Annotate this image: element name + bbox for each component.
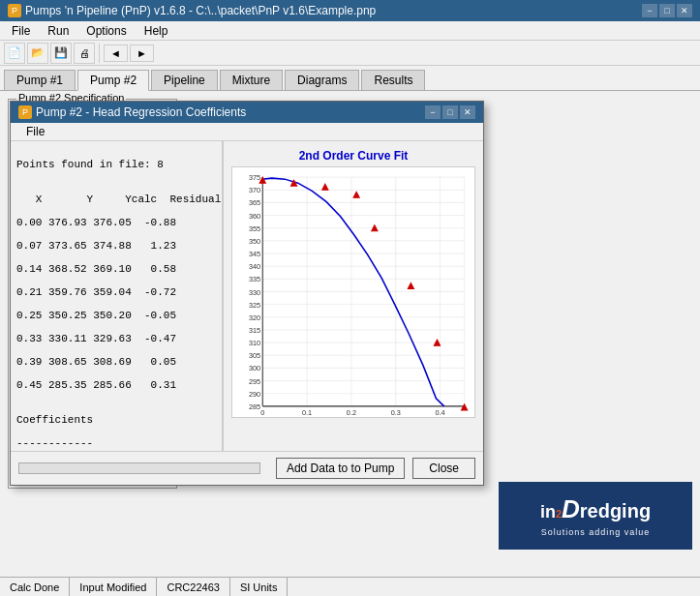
tab-pipeline[interactable]: Pipeline [151,70,218,90]
svg-text:345: 345 [249,251,260,258]
logo-tagline: Solutions adding value [541,527,651,537]
svg-text:295: 295 [249,378,260,386]
menu-options[interactable]: Options [78,22,134,40]
title-bar-left: P Pumps 'n Pipeline (PnP) v1.6.8 - C:\..… [8,4,376,17]
print-button[interactable]: 🖨 [74,43,95,64]
logo-d-letter: D [562,494,580,524]
close-dialog-button[interactable]: Close [412,458,475,479]
svg-text:290: 290 [249,391,260,399]
row-3: 0.21 359.76 359.04 -0.72 [16,286,216,298]
toolbar-separator [99,44,100,63]
svg-text:370: 370 [249,187,260,194]
points-header: Points found in file: 8 [16,159,216,170]
dialog-title-bar: P Pump #2 - Head Regression Coefficients… [11,102,483,123]
chart-title: 2nd Order Curve Fit [231,149,475,163]
chart-svg: 375 370 365 360 355 350 345 340 335 330 … [232,167,474,417]
menu-bar: File Run Options Help [0,21,700,41]
svg-text:0.1: 0.1 [302,409,312,417]
svg-text:320: 320 [249,314,260,322]
coeff-sep: ------------ [16,437,216,449]
menu-run[interactable]: Run [40,22,76,40]
title-bar: P Pumps 'n Pipeline (PnP) v1.6.8 - C:\..… [0,0,700,21]
svg-text:305: 305 [249,352,260,360]
regression-curve [262,178,444,406]
svg-text:325: 325 [249,302,260,310]
dialog-file-menu[interactable]: File [18,123,52,140]
data-point-5 [408,283,413,288]
chart-area: 2nd Order Curve Fit [224,141,483,451]
tab-mixture[interactable]: Mixture [220,70,283,90]
main-content: Pump #2 Specification Equipment CSD 01 P… [0,91,700,577]
dialog-title-text: Pump #2 - Head Regression Coefficients [36,105,246,119]
menu-help[interactable]: Help [137,22,176,40]
new-button[interactable]: 📄 [4,43,25,64]
row-6: 0.39 308.65 308.69 0.05 [16,356,216,368]
row-0: 0.00 376.93 376.05 -0.88 [16,217,216,228]
dialog-minimize[interactable]: − [425,105,441,119]
dialog-icon: P [18,105,32,119]
data-point-2 [322,184,328,190]
dialog-menu: File [11,123,483,141]
data-point-3 [353,192,359,197]
dialog-text-area[interactable]: Points found in file: 8 X Y Ycalc Residu… [11,141,223,451]
tab-pump1[interactable]: Pump #1 [4,70,76,90]
tab-bar: Pump #1 Pump #2 Pipeline Mixture Diagram… [0,66,700,91]
forward-button[interactable]: ► [130,45,154,62]
row-5: 0.33 330.11 329.63 -0.47 [16,333,216,344]
coeff-header: Coefficients [16,414,216,426]
table-header: X Y Ycalc Residual [16,194,216,205]
app-title: Pumps 'n Pipeline (PnP) v1.6.8 - C:\..\p… [25,4,376,17]
data-point-7 [461,404,467,410]
back-button[interactable]: ◄ [104,45,128,62]
svg-text:300: 300 [249,366,260,373]
logo-area: in 2 D redging Solutions adding value [499,482,692,550]
dialog-maximize[interactable]: □ [442,105,458,119]
row-7: 0.45 285.35 285.66 0.31 [16,379,216,391]
app-icon: P [8,4,21,17]
title-bar-controls[interactable]: − □ ✕ [642,4,692,17]
svg-text:315: 315 [249,327,260,335]
status-calc: Calc Done [0,578,70,596]
row-1: 0.07 373.65 374.88 1.23 [16,240,216,252]
chart-container: 375 370 365 360 355 350 345 340 335 330 … [231,166,475,418]
horizontal-scrollbar[interactable] [18,462,260,474]
status-input: Input Modified [70,578,157,596]
dialog-controls[interactable]: − □ ✕ [425,105,475,119]
status-crc: CRC22463 [157,578,229,596]
status-si-units: SI Units [230,578,289,596]
svg-text:335: 335 [249,276,260,283]
svg-text:350: 350 [249,238,260,246]
tab-results[interactable]: Results [361,70,425,90]
svg-text:0: 0 [260,409,264,417]
svg-text:375: 375 [249,174,260,182]
logo-redging: redging [580,499,651,522]
add-data-button[interactable]: Add Data to to Pump [276,458,405,479]
row-2: 0.14 368.52 369.10 0.58 [16,263,216,275]
svg-text:355: 355 [249,225,260,233]
svg-text:360: 360 [249,213,260,221]
svg-text:0.3: 0.3 [391,409,401,417]
status-bar: Calc Done Input Modified CRC22463 SI Uni… [0,577,700,596]
row-4: 0.25 350.25 350.20 -0.05 [16,310,216,321]
dialog-body: Points found in file: 8 X Y Ycalc Residu… [11,141,483,451]
open-button[interactable]: 📂 [27,43,48,64]
svg-text:0.4: 0.4 [436,409,445,417]
save-button[interactable]: 💾 [50,43,72,64]
minimize-button[interactable]: − [642,4,657,17]
tab-pump2[interactable]: Pump #2 [77,70,149,91]
menu-file[interactable]: File [4,22,38,40]
svg-text:285: 285 [249,403,260,411]
tab-diagrams[interactable]: Diagrams [285,70,359,90]
svg-text:310: 310 [249,340,260,347]
dialog-footer: Add Data to to Pump Close [11,451,483,485]
logo-in: in [540,502,556,523]
svg-text:340: 340 [249,263,260,271]
head-regression-dialog: P Pump #2 - Head Regression Coefficients… [10,101,484,486]
svg-text:330: 330 [249,289,260,297]
svg-text:0.2: 0.2 [347,409,356,417]
toolbar: 📄 📂 💾 🖨 ◄ ► [0,41,700,66]
maximize-button[interactable]: □ [659,4,675,17]
close-button[interactable]: ✕ [677,4,692,17]
dialog-close[interactable]: ✕ [460,105,475,119]
svg-text:365: 365 [249,200,260,208]
